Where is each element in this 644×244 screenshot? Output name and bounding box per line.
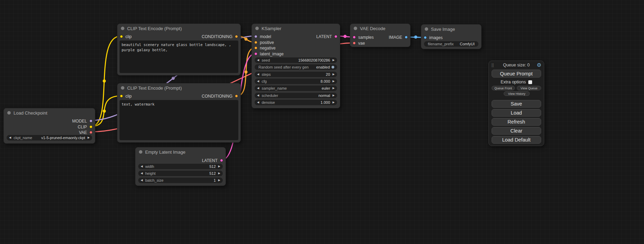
slot-label: VAE: [79, 130, 87, 135]
node-clip-text-encode-positive[interactable]: CLIP Text Encode (Prompt) clip CONDITION…: [117, 24, 241, 75]
arrow-left-icon[interactable]: ◀: [9, 136, 11, 139]
node-title-bar[interactable]: VAE Decode: [350, 24, 410, 33]
node-title-bar[interactable]: Empty Latent Image: [135, 147, 226, 156]
latent-image-input-slot[interactable]: [254, 52, 257, 55]
extra-options-checkbox[interactable]: [528, 80, 532, 84]
cfg-widget[interactable]: ◀ cfg 8.000 ▶: [255, 79, 337, 84]
negative-prompt-textarea[interactable]: text, watermark: [120, 100, 238, 140]
slot-label: CONDITIONING: [202, 94, 232, 99]
slot-label: MODEL: [72, 119, 87, 124]
conditioning-output-slot[interactable]: [235, 35, 238, 38]
model-input-slot[interactable]: [254, 35, 257, 38]
slot-label: samples: [358, 35, 374, 40]
arrow-left-icon[interactable]: ◀: [141, 165, 143, 168]
arrow-left-icon[interactable]: ◀: [257, 94, 259, 97]
sampler-name-widget[interactable]: ◀ sampler_name euler ▶: [255, 85, 337, 91]
slot-label: CLIP: [78, 125, 87, 129]
random-seed-toggle-knob[interactable]: [331, 65, 335, 69]
arrow-right-icon[interactable]: ▶: [218, 165, 220, 168]
comfyui-canvas[interactable]: { "canvas": { "bg": "#181818" }, "colors…: [0, 0, 644, 244]
positive-prompt-textarea[interactable]: beautiful scenery nature glass bottle la…: [120, 40, 238, 73]
clip-input-slot[interactable]: [120, 35, 123, 38]
node-clip-text-encode-negative[interactable]: CLIP Text Encode (Prompt) clip CONDITION…: [117, 83, 241, 143]
node-title-bar[interactable]: Save Image: [421, 25, 481, 34]
negative-input-slot[interactable]: [254, 46, 257, 49]
slot-label: IMAGE: [389, 35, 402, 40]
samples-input-slot[interactable]: [353, 36, 356, 39]
ckpt-name-widget[interactable]: ◀ ckpt_name v1-5-pruned-emaonly.ckpt ▶: [7, 135, 92, 141]
node-empty-latent-image[interactable]: Empty Latent Image LATENT ◀ width 512 ▶ …: [135, 147, 226, 186]
vae-input-slot[interactable]: [353, 42, 356, 45]
arrow-left-icon[interactable]: ◀: [257, 80, 259, 83]
node-save-image[interactable]: Save Image images filename_prefix ComfyU…: [421, 24, 482, 49]
filename-prefix-widget[interactable]: filename_prefix ComfyUI: [424, 41, 478, 47]
image-output-slot[interactable]: [405, 36, 408, 39]
queue-panel[interactable]: ⣿ Queue size: 0 ⚙ Queue Prompt Extra opt…: [488, 61, 544, 146]
arrow-left-icon[interactable]: ◀: [257, 87, 259, 90]
output-slot-latent: LATENT: [316, 34, 337, 39]
slot-label: latent_image: [260, 52, 284, 56]
clear-button[interactable]: Clear: [492, 127, 541, 135]
node-ksampler[interactable]: KSampler model positive negative latent_…: [252, 24, 340, 108]
arrow-right-icon[interactable]: ▶: [333, 80, 335, 83]
node-title-bar[interactable]: CLIP Text Encode (Prompt): [117, 24, 240, 33]
load-default-button[interactable]: Load Default: [492, 136, 541, 144]
arrow-right-icon[interactable]: ▶: [218, 172, 220, 175]
clip-input-slot[interactable]: [120, 94, 123, 98]
output-slot-conditioning: CONDITIONING: [202, 93, 238, 99]
node-vae-decode[interactable]: VAE Decode samples vae IMAGE: [350, 24, 411, 47]
node-load-checkpoint[interactable]: Load Checkpoint MODEL CLIP VAE ◀ ckpt_na…: [3, 108, 95, 144]
conditioning-output-slot[interactable]: [235, 94, 238, 98]
node-status-dot: [354, 27, 357, 30]
seed-widget[interactable]: ◀ seed 156680208700286 ▶: [255, 57, 337, 63]
view-history-button[interactable]: View History: [504, 91, 530, 96]
images-input-slot[interactable]: [424, 36, 427, 39]
widget-value: v1-5-pruned-emaonly.ckpt: [41, 136, 85, 140]
refresh-button[interactable]: Refresh: [492, 118, 541, 126]
width-widget[interactable]: ◀ width 512 ▶: [138, 164, 223, 169]
arrow-right-icon[interactable]: ▶: [218, 179, 220, 182]
slot-label: vae: [358, 41, 365, 46]
latent-output-slot[interactable]: [220, 159, 223, 162]
denoise-widget[interactable]: ◀ denoise 1.000 ▶: [255, 100, 337, 105]
batch-size-widget[interactable]: ◀ batch_size 1 ▶: [138, 178, 223, 183]
random-seed-toggle-widget[interactable]: Random seed after every gen enabled: [255, 64, 337, 70]
widget-value: 1: [214, 178, 216, 182]
queue-front-button[interactable]: Queue Front: [492, 86, 515, 90]
model-output-slot[interactable]: [89, 119, 92, 123]
load-button[interactable]: Load: [492, 109, 541, 117]
node-title-bar[interactable]: Load Checkpoint: [4, 108, 95, 117]
output-slot-latent: LATENT: [202, 157, 223, 163]
input-slot-samples: samples: [353, 34, 374, 40]
latent-output-slot[interactable]: [334, 35, 337, 38]
arrow-right-icon[interactable]: ▶: [333, 101, 335, 104]
slot-label: LATENT: [202, 158, 218, 163]
arrow-right-icon[interactable]: ▶: [88, 136, 90, 139]
input-slot-positive: positive: [254, 39, 274, 45]
arrow-left-icon[interactable]: ◀: [141, 172, 143, 175]
arrow-left-icon[interactable]: ◀: [257, 101, 259, 104]
widget-value: ComfyUI: [460, 42, 475, 46]
steps-widget[interactable]: ◀ steps 20 ▶: [255, 72, 337, 77]
arrow-left-icon[interactable]: ◀: [141, 179, 143, 182]
arrow-right-icon[interactable]: ▶: [333, 87, 335, 90]
output-slot-vae: VAE: [79, 129, 92, 135]
arrow-left-icon[interactable]: ◀: [257, 73, 259, 76]
gear-icon[interactable]: ⚙: [537, 62, 541, 68]
clip-output-slot[interactable]: [89, 125, 92, 128]
node-title-bar[interactable]: KSampler: [252, 24, 340, 33]
queue-prompt-button[interactable]: Queue Prompt: [492, 70, 541, 78]
node-title-bar[interactable]: CLIP Text Encode (Prompt): [117, 83, 240, 92]
arrow-right-icon[interactable]: ▶: [333, 73, 335, 76]
scheduler-widget[interactable]: ◀ scheduler normal ▶: [255, 93, 337, 98]
height-widget[interactable]: ◀ height 512 ▶: [138, 171, 223, 176]
widget-value: normal: [318, 93, 330, 98]
view-queue-button[interactable]: View Queue: [517, 86, 541, 90]
arrow-left-icon[interactable]: ◀: [257, 59, 259, 62]
arrow-right-icon[interactable]: ▶: [333, 59, 335, 62]
arrow-right-icon[interactable]: ▶: [333, 94, 335, 97]
save-button[interactable]: Save: [492, 100, 541, 108]
drag-handle-icon[interactable]: ⣿: [491, 63, 494, 67]
vae-output-slot[interactable]: [89, 131, 92, 134]
positive-input-slot[interactable]: [254, 41, 257, 44]
